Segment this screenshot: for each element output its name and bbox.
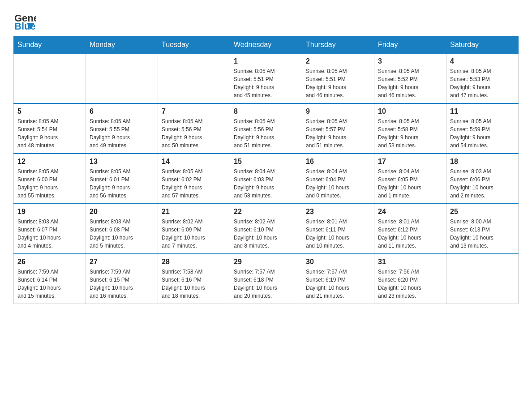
day-info: Sunrise: 7:58 AMSunset: 6:16 PMDaylight:… xyxy=(162,268,226,300)
weekday-header-tuesday: Tuesday xyxy=(158,36,230,54)
day-info: Sunrise: 8:05 AMSunset: 5:58 PMDaylight:… xyxy=(378,117,442,150)
day-number: 19 xyxy=(17,208,82,216)
day-info: Sunrise: 7:59 AMSunset: 6:15 PMDaylight:… xyxy=(90,268,154,300)
day-number: 4 xyxy=(450,57,515,65)
weekday-header-sunday: Sunday xyxy=(14,36,86,54)
calendar-cell: 14Sunrise: 8:05 AMSunset: 6:02 PMDayligh… xyxy=(158,154,230,204)
calendar-cell: 20Sunrise: 8:03 AMSunset: 6:08 PMDayligh… xyxy=(86,204,158,254)
day-number: 11 xyxy=(450,107,515,116)
day-number: 8 xyxy=(234,107,298,116)
day-info: Sunrise: 8:03 AMSunset: 6:08 PMDaylight:… xyxy=(90,218,154,250)
calendar-cell xyxy=(158,54,230,104)
day-info: Sunrise: 8:05 AMSunset: 5:52 PMDaylight:… xyxy=(378,67,442,99)
day-info: Sunrise: 8:05 AMSunset: 5:55 PMDaylight:… xyxy=(90,117,154,150)
calendar-cell: 8Sunrise: 8:05 AMSunset: 5:56 PMDaylight… xyxy=(230,103,302,154)
day-number: 21 xyxy=(162,208,226,216)
calendar-cell: 4Sunrise: 8:05 AMSunset: 5:53 PMDaylight… xyxy=(446,54,519,104)
day-info: Sunrise: 8:02 AMSunset: 6:10 PMDaylight:… xyxy=(234,218,298,250)
weekday-header-wednesday: Wednesday xyxy=(230,36,302,54)
day-number: 15 xyxy=(234,158,298,166)
calendar-cell: 17Sunrise: 8:04 AMSunset: 6:05 PMDayligh… xyxy=(374,154,446,204)
logo-icon: General Blue xyxy=(13,9,36,31)
day-number: 10 xyxy=(378,107,442,116)
day-info: Sunrise: 8:05 AMSunset: 6:00 PMDaylight:… xyxy=(17,167,82,200)
day-number: 23 xyxy=(306,208,370,216)
calendar-cell xyxy=(86,54,158,104)
calendar-cell: 13Sunrise: 8:05 AMSunset: 6:01 PMDayligh… xyxy=(86,154,158,204)
week-row-2: 5Sunrise: 8:05 AMSunset: 5:54 PMDaylight… xyxy=(14,103,519,154)
calendar-cell: 25Sunrise: 8:00 AMSunset: 6:13 PMDayligh… xyxy=(446,204,519,254)
day-number: 24 xyxy=(378,208,442,216)
calendar-cell: 15Sunrise: 8:04 AMSunset: 6:03 PMDayligh… xyxy=(230,154,302,204)
day-info: Sunrise: 8:01 AMSunset: 6:11 PMDaylight:… xyxy=(306,218,370,250)
week-row-3: 12Sunrise: 8:05 AMSunset: 6:00 PMDayligh… xyxy=(14,154,519,204)
day-number: 25 xyxy=(450,208,515,216)
calendar-cell: 30Sunrise: 7:57 AMSunset: 6:19 PMDayligh… xyxy=(302,254,374,304)
day-number: 30 xyxy=(306,258,370,266)
calendar-cell: 11Sunrise: 8:05 AMSunset: 5:59 PMDayligh… xyxy=(446,103,519,154)
weekday-header-monday: Monday xyxy=(86,36,158,54)
weekday-header-row: SundayMondayTuesdayWednesdayThursdayFrid… xyxy=(14,36,519,54)
day-info: Sunrise: 8:05 AMSunset: 5:51 PMDaylight:… xyxy=(234,67,298,99)
day-number: 2 xyxy=(306,57,370,65)
day-number: 9 xyxy=(306,107,370,116)
calendar-cell: 28Sunrise: 7:58 AMSunset: 6:16 PMDayligh… xyxy=(158,254,230,304)
calendar-cell: 2Sunrise: 8:05 AMSunset: 5:51 PMDaylight… xyxy=(302,54,374,104)
day-info: Sunrise: 8:02 AMSunset: 6:09 PMDaylight:… xyxy=(162,218,226,250)
weekday-header-thursday: Thursday xyxy=(302,36,374,54)
calendar-cell: 18Sunrise: 8:03 AMSunset: 6:06 PMDayligh… xyxy=(446,154,519,204)
day-info: Sunrise: 8:00 AMSunset: 6:13 PMDaylight:… xyxy=(450,218,515,250)
day-number: 18 xyxy=(450,158,515,166)
day-info: Sunrise: 8:05 AMSunset: 5:57 PMDaylight:… xyxy=(306,117,370,150)
calendar-cell: 22Sunrise: 8:02 AMSunset: 6:10 PMDayligh… xyxy=(230,204,302,254)
calendar-cell: 10Sunrise: 8:05 AMSunset: 5:58 PMDayligh… xyxy=(374,103,446,154)
calendar-table: SundayMondayTuesdayWednesdayThursdayFrid… xyxy=(13,36,519,304)
day-info: Sunrise: 8:04 AMSunset: 6:05 PMDaylight:… xyxy=(378,167,442,200)
calendar-cell: 21Sunrise: 8:02 AMSunset: 6:09 PMDayligh… xyxy=(158,204,230,254)
calendar-cell: 3Sunrise: 8:05 AMSunset: 5:52 PMDaylight… xyxy=(374,54,446,104)
day-number: 7 xyxy=(162,107,226,116)
day-info: Sunrise: 8:04 AMSunset: 6:04 PMDaylight:… xyxy=(306,167,370,200)
calendar-cell: 7Sunrise: 8:05 AMSunset: 5:56 PMDaylight… xyxy=(158,103,230,154)
calendar-cell: 1Sunrise: 8:05 AMSunset: 5:51 PMDaylight… xyxy=(230,54,302,104)
day-info: Sunrise: 8:01 AMSunset: 6:12 PMDaylight:… xyxy=(378,218,442,250)
day-number: 29 xyxy=(234,258,298,266)
day-info: Sunrise: 8:05 AMSunset: 5:54 PMDaylight:… xyxy=(17,117,82,150)
calendar-cell: 31Sunrise: 7:56 AMSunset: 6:20 PMDayligh… xyxy=(374,254,446,304)
calendar-cell xyxy=(446,254,519,304)
day-info: Sunrise: 7:56 AMSunset: 6:20 PMDaylight:… xyxy=(378,268,442,300)
week-row-4: 19Sunrise: 8:03 AMSunset: 6:07 PMDayligh… xyxy=(14,204,519,254)
day-number: 26 xyxy=(17,258,82,266)
day-number: 5 xyxy=(17,107,82,116)
day-info: Sunrise: 7:59 AMSunset: 6:14 PMDaylight:… xyxy=(17,268,82,300)
calendar-cell: 24Sunrise: 8:01 AMSunset: 6:12 PMDayligh… xyxy=(374,204,446,254)
day-number: 16 xyxy=(306,158,370,166)
calendar-cell: 29Sunrise: 7:57 AMSunset: 6:18 PMDayligh… xyxy=(230,254,302,304)
day-info: Sunrise: 8:05 AMSunset: 5:51 PMDaylight:… xyxy=(306,67,370,99)
day-number: 13 xyxy=(90,158,154,166)
day-info: Sunrise: 8:05 AMSunset: 6:01 PMDaylight:… xyxy=(90,167,154,200)
day-info: Sunrise: 8:03 AMSunset: 6:07 PMDaylight:… xyxy=(17,218,82,250)
day-number: 17 xyxy=(378,158,442,166)
day-info: Sunrise: 7:57 AMSunset: 6:19 PMDaylight:… xyxy=(306,268,370,300)
day-info: Sunrise: 8:05 AMSunset: 5:53 PMDaylight:… xyxy=(450,67,515,99)
weekday-header-friday: Friday xyxy=(374,36,446,54)
svg-text:Blue: Blue xyxy=(14,21,36,31)
calendar-cell: 5Sunrise: 8:05 AMSunset: 5:54 PMDaylight… xyxy=(14,103,86,154)
day-info: Sunrise: 8:05 AMSunset: 5:56 PMDaylight:… xyxy=(234,117,298,150)
calendar-cell: 27Sunrise: 7:59 AMSunset: 6:15 PMDayligh… xyxy=(86,254,158,304)
day-number: 31 xyxy=(378,258,442,266)
day-number: 14 xyxy=(162,158,226,166)
day-info: Sunrise: 8:05 AMSunset: 5:56 PMDaylight:… xyxy=(162,117,226,150)
calendar-cell: 26Sunrise: 7:59 AMSunset: 6:14 PMDayligh… xyxy=(14,254,86,304)
calendar-cell xyxy=(14,54,86,104)
day-info: Sunrise: 8:04 AMSunset: 6:03 PMDaylight:… xyxy=(234,167,298,200)
day-info: Sunrise: 7:57 AMSunset: 6:18 PMDaylight:… xyxy=(234,268,298,300)
calendar-cell: 19Sunrise: 8:03 AMSunset: 6:07 PMDayligh… xyxy=(14,204,86,254)
calendar-cell: 23Sunrise: 8:01 AMSunset: 6:11 PMDayligh… xyxy=(302,204,374,254)
day-number: 6 xyxy=(90,107,154,116)
day-number: 1 xyxy=(234,57,298,65)
calendar-cell: 12Sunrise: 8:05 AMSunset: 6:00 PMDayligh… xyxy=(14,154,86,204)
week-row-1: 1Sunrise: 8:05 AMSunset: 5:51 PMDaylight… xyxy=(14,54,519,104)
calendar-cell: 6Sunrise: 8:05 AMSunset: 5:55 PMDaylight… xyxy=(86,103,158,154)
